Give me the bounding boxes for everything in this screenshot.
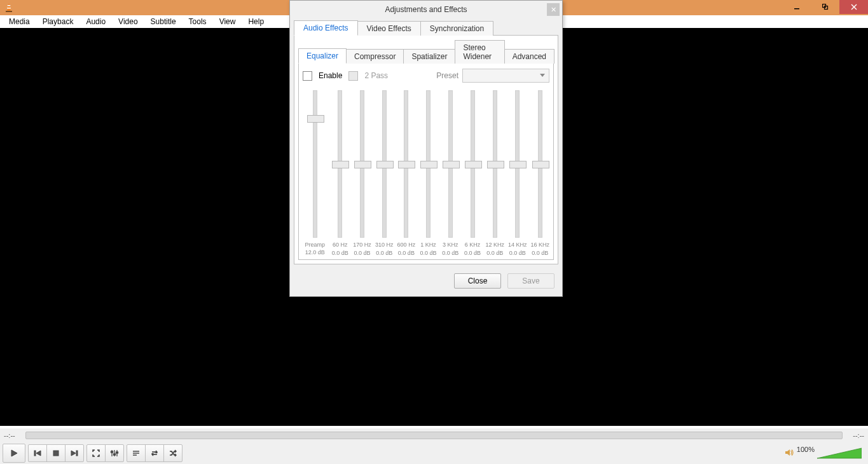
eq-db: 0.0 dB	[464, 250, 481, 257]
eq-db: 0.0 dB	[509, 250, 526, 257]
menu-view[interactable]: View	[213, 16, 242, 27]
eq-db: 0.0 dB	[398, 250, 415, 257]
tab-audio-effects[interactable]: Audio Effects	[294, 20, 358, 36]
shuffle-button[interactable]	[163, 444, 183, 462]
speaker-icon[interactable]	[784, 447, 794, 460]
tab-spatializer[interactable]: Spatializer	[403, 49, 455, 64]
svg-rect-10	[34, 451, 36, 456]
eq-slider-16khz[interactable]	[538, 90, 542, 238]
menu-media[interactable]: Media	[3, 16, 36, 27]
time-elapsed: --:--	[4, 432, 22, 439]
eq-slider-170hz[interactable]	[360, 90, 364, 238]
control-bar: 100%	[0, 442, 868, 464]
two-pass-checkbox	[348, 71, 358, 81]
window-maximize-button[interactable]	[811, 0, 839, 14]
eq-freq: 14 KHz	[508, 242, 527, 249]
eq-slider-310hz[interactable]	[382, 90, 387, 238]
stop-button[interactable]	[46, 444, 65, 462]
eq-db: 0.0 dB	[442, 250, 458, 257]
two-pass-label: 2 Pass	[364, 71, 388, 80]
tab-equalizer[interactable]: Equalizer	[298, 48, 347, 64]
eq-slider-12khz[interactable]	[493, 90, 497, 238]
menu-playback[interactable]: Playback	[36, 16, 80, 27]
tab-stereo-widener[interactable]: Stereo Widener	[455, 40, 504, 64]
eq-db: 0.0 dB	[486, 250, 503, 257]
close-button[interactable]: Close	[454, 273, 501, 289]
fullscreen-button[interactable]	[86, 444, 106, 462]
window-minimize-button[interactable]	[782, 0, 811, 14]
svg-rect-14	[76, 451, 78, 456]
next-button[interactable]	[65, 444, 84, 462]
eq-db: 0.0 dB	[354, 250, 370, 257]
svg-rect-2	[7, 8, 11, 9]
preset-label: Preset	[436, 71, 458, 80]
tab-video-effects[interactable]: Video Effects	[357, 21, 421, 36]
window-close-button[interactable]	[839, 0, 868, 14]
svg-marker-9	[11, 450, 17, 456]
menu-tools[interactable]: Tools	[183, 16, 213, 27]
eq-db: 0.0 dB	[532, 250, 548, 257]
eq-freq: 6 KHz	[465, 242, 481, 249]
svg-marker-25	[817, 448, 862, 458]
svg-rect-19	[114, 454, 116, 455]
svg-marker-0	[7, 3, 11, 11]
svg-rect-3	[6, 11, 12, 12]
svg-marker-13	[71, 451, 76, 456]
eq-freq: 600 Hz	[397, 242, 416, 249]
seek-row: --:-- --:--	[0, 428, 868, 442]
eq-slider-3khz[interactable]	[448, 90, 453, 238]
svg-marker-11	[36, 451, 41, 456]
dialog-titlebar[interactable]: Adjustments and Effects ✕	[290, 1, 562, 18]
tab-synchronization[interactable]: Synchronization	[420, 21, 493, 36]
preamp-db: 12.0 dB	[305, 249, 325, 256]
dialog-close-button[interactable]: ✕	[547, 3, 560, 16]
eq-slider-60hz[interactable]	[338, 90, 342, 238]
skip-group	[28, 444, 84, 462]
seek-slider[interactable]	[25, 432, 843, 439]
preamp-slider[interactable]	[313, 90, 317, 238]
tab-advanced[interactable]: Advanced	[504, 49, 555, 64]
eq-freq: 310 Hz	[375, 242, 394, 249]
extended-settings-button[interactable]	[105, 444, 124, 462]
adjustments-effects-dialog: Adjustments and Effects ✕ Audio Effects …	[289, 0, 563, 297]
vlc-cone-icon	[4, 3, 14, 13]
svg-rect-1	[8, 5, 10, 6]
previous-button[interactable]	[28, 444, 47, 462]
svg-rect-12	[53, 451, 59, 456]
eq-db: 0.0 dB	[420, 250, 437, 257]
volume-percent: 100%	[797, 446, 815, 453]
eq-freq: 60 Hz	[333, 242, 348, 249]
eq-db: 0.0 dB	[376, 250, 392, 257]
svg-marker-24	[785, 449, 790, 456]
play-button[interactable]	[3, 444, 25, 463]
eq-slider-14khz[interactable]	[515, 90, 520, 238]
playlist-button[interactable]	[127, 444, 146, 462]
menu-subtitle[interactable]: Subtitle	[144, 16, 183, 27]
time-remaining: --:--	[846, 432, 864, 439]
eq-slider-6khz[interactable]	[471, 90, 475, 238]
volume-area: 100%	[784, 446, 865, 461]
menu-video[interactable]: Video	[112, 16, 144, 27]
eq-slider-1khz[interactable]	[426, 90, 431, 238]
tab-compressor[interactable]: Compressor	[346, 49, 404, 64]
eq-freq: 1 KHz	[420, 242, 436, 249]
eq-db: 0.0 dB	[332, 250, 348, 257]
eq-freq: 3 KHz	[443, 242, 458, 249]
eq-slider-600hz[interactable]	[404, 90, 408, 238]
playlist-group	[127, 444, 183, 462]
view-group	[86, 444, 124, 462]
svg-rect-4	[794, 8, 799, 10]
eq-freq: 170 Hz	[353, 242, 371, 249]
svg-rect-18	[111, 451, 113, 453]
save-button[interactable]: Save	[507, 273, 555, 289]
eq-freq: 16 KHz	[530, 242, 549, 249]
enable-checkbox[interactable]	[303, 71, 312, 81]
preamp-label: Preamp	[305, 242, 325, 248]
menu-audio[interactable]: Audio	[79, 16, 112, 27]
eq-freq: 12 KHz	[485, 242, 504, 249]
volume-slider[interactable]	[817, 447, 862, 460]
loop-button[interactable]	[145, 444, 164, 462]
preset-select[interactable]	[462, 69, 549, 83]
enable-label: Enable	[319, 71, 342, 80]
menu-help[interactable]: Help	[242, 16, 270, 27]
